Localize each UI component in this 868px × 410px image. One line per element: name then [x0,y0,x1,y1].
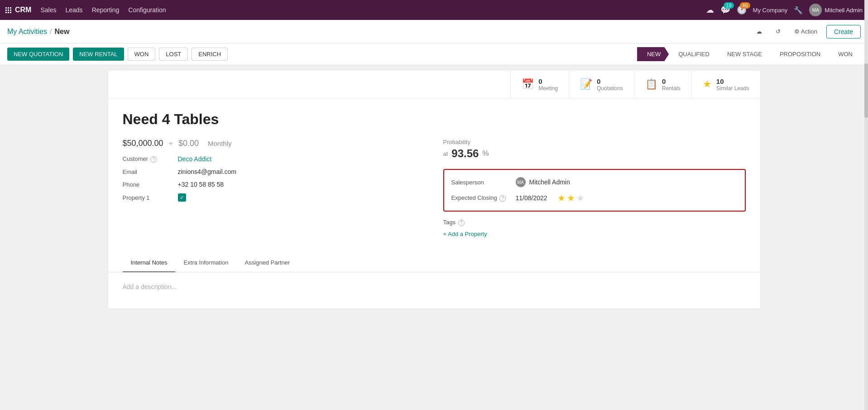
refresh-button[interactable]: ↺ [771,26,785,37]
main-content: 📅 0 Meeting 📝 0 Quotations 📋 0 Rentals [99,71,769,318]
rentals-count: 0 [662,77,681,85]
form-left: $50,000.00 + $0.00 Monthly Customer ? De… [123,139,425,207]
tabs-bar: Internal Notes Extra Information Assigne… [108,254,760,272]
quotations-count: 0 [597,77,623,85]
stage-qualified[interactable]: QUALIFIED [668,47,718,61]
closing-help[interactable]: ? [499,195,506,202]
new-quotation-button[interactable]: NEW QUOTATION [7,48,69,61]
tab-extra-information[interactable]: Extra Information [175,254,236,272]
action-button[interactable]: ⚙ Action [790,26,822,37]
property-field: Property 1 [123,193,425,202]
breadcrumb: My Activities / New [7,28,752,36]
stars-row: ★ ★ ★ [557,193,585,203]
stage-proposition[interactable]: PROPOSITION [770,47,829,61]
card-header-left [108,71,511,98]
similar-leads-stat[interactable]: ★ 10 Similar Leads [691,71,760,98]
nav-configuration[interactable]: Configuration [128,6,166,14]
add-property-label: + Add a Property [443,231,487,237]
navbar: CRM Sales Leads Reporting Configuration … [0,0,868,20]
lead-card: 📅 0 Meeting 📝 0 Quotations 📋 0 Rentals [108,71,760,309]
add-property[interactable]: + Add a Property [443,226,746,237]
tab-assigned-partner[interactable]: Assigned Partner [236,254,298,272]
company-label[interactable]: My Company [753,7,788,14]
stage-new-stage[interactable]: NEW STAGE [717,47,770,61]
salesperson-label: Salesperson [451,179,510,186]
quotations-stat[interactable]: 📝 0 Quotations [569,71,634,98]
create-button[interactable]: Create [826,25,861,39]
card-body: Need 4 Tables $50,000.00 + $0.00 Monthly… [108,98,760,250]
user-menu[interactable]: MA Mitchell Admin [809,4,863,16]
meeting-label: Meeting [538,85,558,92]
salesperson-row: Salesperson MA Mitchell Admin [451,177,738,187]
rentals-stat[interactable]: 📋 0 Rentals [634,71,691,98]
tags-row: Tags ? [443,219,746,226]
breadcrumb-bar: My Activities / New ☁ ↺ ⚙ Action Create [0,20,868,43]
lost-button[interactable]: LOST [159,48,188,61]
revenue-main[interactable]: $50,000.00 [123,139,163,148]
probability-value[interactable]: 93.56 [451,147,479,160]
won-button[interactable]: WON [128,48,156,61]
card-header: 📅 0 Meeting 📝 0 Quotations 📋 0 Rentals [108,71,760,98]
salesperson-avatar: MA [516,177,526,187]
nav-reporting[interactable]: Reporting [92,6,120,14]
action-bar: NEW QUOTATION NEW RENTAL WON LOST ENRICH… [0,43,868,65]
form-row: $50,000.00 + $0.00 Monthly Customer ? De… [123,139,746,237]
stage-won[interactable]: WON [828,47,861,61]
customer-value[interactable]: Deco Addict [178,155,212,163]
form-right: Probability at 93.56 % Salesperson MA [443,139,746,237]
breadcrumb-parent[interactable]: My Activities [7,28,47,36]
user-name: Mitchell Admin [825,7,863,14]
lead-title[interactable]: Need 4 Tables [123,111,746,128]
new-rental-button[interactable]: NEW RENTAL [73,48,124,61]
grid-icon [5,7,11,13]
breadcrumb-current: New [54,28,69,36]
email-value[interactable]: zinions4@gmail.com [178,168,236,175]
navbar-menu: Sales Leads Reporting Configuration [40,6,696,14]
stage-new[interactable]: NEW [637,47,669,61]
brand[interactable]: CRM [5,6,31,14]
scrollbar-thumb[interactable] [864,63,868,118]
wrench-icon[interactable]: 🔧 [794,6,803,14]
probability-label: Probability [443,139,746,145]
salesperson-value: MA Mitchell Admin [516,177,570,187]
customer-label: Customer ? [123,155,173,163]
phone-value[interactable]: +32 10 58 85 58 [178,181,224,188]
clock-icon[interactable]: 🕐 46 [737,5,747,15]
probability-at: at [443,150,448,157]
tab-internal-notes[interactable]: Internal Notes [123,254,176,272]
revenue-extra[interactable]: $0.00 [178,139,199,148]
star-icon: ★ [703,78,712,90]
star-2[interactable]: ★ [567,193,575,203]
star-3[interactable]: ★ [576,193,585,203]
description-area[interactable]: Add a description... [108,272,760,309]
probability-pct: % [482,150,489,158]
cloud-save-button[interactable]: ☁ [752,26,767,37]
star-1[interactable]: ★ [557,193,566,203]
closing-row: Expected Closing ? 11/08/2022 ★ ★ ★ [451,193,738,203]
nav-leads[interactable]: Leads [65,6,82,14]
navbar-right: ☁ 💬 19 🕐 46 My Company 🔧 MA Mitchell Adm… [706,4,863,16]
quotations-label: Quotations [597,85,623,92]
breadcrumb-separator: / [50,28,52,36]
email-label: Email [123,169,173,175]
revenue-period[interactable]: Monthly [208,140,232,147]
chat-icon[interactable]: 💬 19 [720,5,730,15]
tags-help[interactable]: ? [458,220,465,226]
revenue-plus: + [169,140,173,148]
quotation-icon: 📝 [580,78,592,90]
probability-section: Probability at 93.56 % [443,139,746,160]
rentals-icon: 📋 [645,78,657,90]
chat-badge: 19 [724,2,734,9]
customer-help[interactable]: ? [150,156,157,163]
salesperson-name[interactable]: Mitchell Admin [529,178,570,186]
scrollbar[interactable] [864,0,868,318]
email-field: Email zinions4@gmail.com [123,168,425,175]
meeting-stat[interactable]: 📅 0 Meeting [510,71,569,98]
support-icon[interactable]: ☁ [706,5,714,15]
closing-value[interactable]: 11/08/2022 [516,194,547,202]
calendar-icon: 📅 [522,78,534,90]
enrich-button[interactable]: ENRICH [192,48,228,61]
property-checkbox[interactable] [178,193,186,202]
nav-sales[interactable]: Sales [40,6,56,14]
property-label: Property 1 [123,194,173,201]
